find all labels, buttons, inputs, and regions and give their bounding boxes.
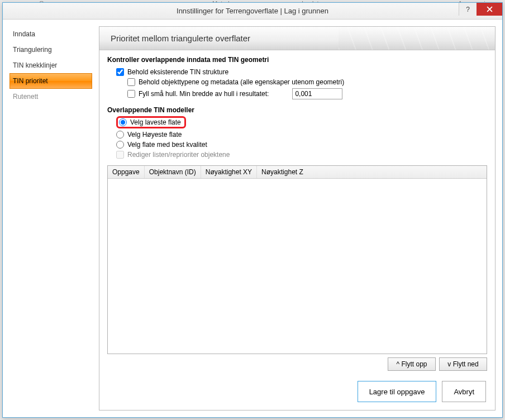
dialog-body: Inndata Triangulering TIN knekklinjer TI… [3,20,502,417]
cancel-button[interactable]: Avbryt [442,381,486,402]
table-body [108,179,487,354]
label-edit-list: Rediger listen/reprioriter objektene [127,151,230,159]
main-panel: Prioritet mellom triangulerte overflater… [99,26,496,411]
highlight-lowest: Velg laveste flate [116,116,186,128]
titlebar: Innstillinger for Terrengoverflate | Lag… [3,3,502,20]
sidebar-item-tin-knekklinjer[interactable]: TIN knekklinjer [9,58,92,73]
input-min-width[interactable] [292,88,342,99]
move-up-button[interactable]: ^ Flytt opp [388,357,436,371]
col-z[interactable]: Nøyaktighet Z [257,166,308,178]
dialog-title: Innstillinger for Terrengoverflate | Lag… [177,7,328,15]
close-button[interactable] [477,3,502,16]
content: Kontroller overlappende inndata med TIN … [99,50,495,376]
priority-table[interactable]: Oppgave Objektnavn (ID) Nøyaktighet XY N… [107,165,487,354]
form-area: Behold eksisterende TIN strukture Behold… [99,67,495,104]
page-title: Prioritet mellom triangulerte overflater [99,27,495,50]
col-oppgave[interactable]: Oppgave [108,166,145,178]
label-highest: Velg Høyeste flate [127,131,182,139]
section-title-overlapping: Overlappende TIN modeller [99,104,495,115]
label-keep-metadata: Behold objekttypene og metadata (alle eg… [139,78,344,86]
help-button[interactable]: ? [459,3,477,16]
radio-highest[interactable] [116,131,124,139]
col-xy[interactable]: Nøyaktighet XY [201,166,257,178]
label-keep-tin: Behold eksisterende TIN strukture [127,68,228,76]
label-fill-holes: Fyll små hull. Min bredde av hull i resu… [139,90,269,98]
sidebar-item-inndata[interactable]: Inndata [9,26,92,42]
checkbox-edit-list [116,151,124,159]
radio-lowest[interactable] [119,118,127,126]
sidebar-item-rutenett[interactable]: Rutenett [9,89,92,104]
table-header: Oppgave Objektnavn (ID) Nøyaktighet XY N… [108,166,487,179]
radio-best-quality[interactable] [116,141,124,149]
col-objektnavn[interactable]: Objektnavn (ID) [145,166,201,178]
sidebar-item-triangulering[interactable]: Triangulering [9,42,92,58]
label-best-quality: Velg flate med best kvalitet [127,141,207,149]
sidebar: Inndata Triangulering TIN knekklinjer TI… [9,26,92,411]
save-button[interactable]: Lagre til oppgave [358,381,437,402]
close-icon [487,6,493,12]
move-buttons: ^ Flytt opp v Flytt ned [99,354,495,376]
section-title-control: Kontroller overlappende inndata med TIN … [99,50,495,67]
checkbox-keep-tin[interactable] [116,68,124,76]
label-lowest: Velg laveste flate [130,118,181,126]
move-down-button[interactable]: v Flytt ned [439,357,487,371]
sidebar-item-tin-prioritet[interactable]: TIN prioritet [9,73,92,89]
checkbox-keep-metadata[interactable] [127,78,135,86]
checkbox-fill-holes[interactable] [127,90,135,98]
dialog-footer: Lagre til oppgave Avbryt [99,374,495,410]
dialog: Innstillinger for Terrengoverflate | Lag… [2,2,503,418]
window-controls: ? [459,3,502,16]
radio-group: Velg laveste flate Velg Høyeste flate Ve… [99,115,495,163]
